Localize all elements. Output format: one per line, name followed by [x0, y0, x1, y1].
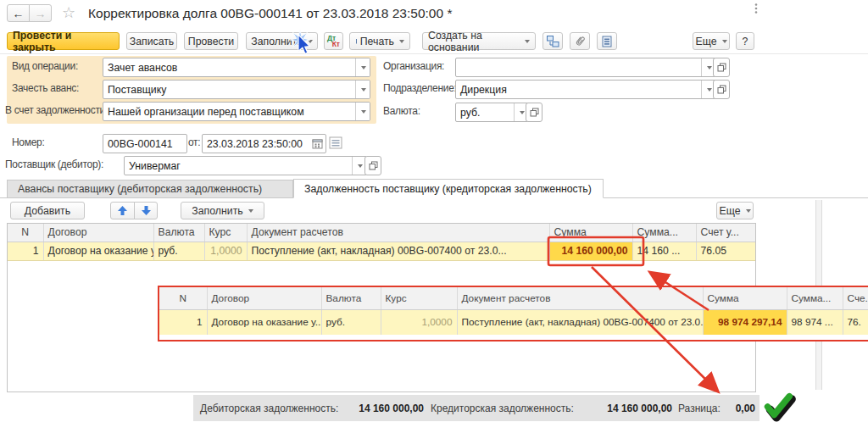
inset-cell-account: 76.	[843, 309, 868, 335]
cell-sum-selected[interactable]: 14 160 000,00	[549, 242, 632, 260]
add-row-button[interactable]: Добавить	[10, 202, 85, 219]
list-settings-icon[interactable]	[329, 136, 342, 149]
print-menu-button[interactable]: Печать	[349, 32, 410, 50]
inset-cell-contract: Договор на оказание у...	[207, 309, 321, 335]
number-label: Номер:	[12, 134, 44, 151]
post-and-close-button[interactable]: Провести и закрыть	[7, 32, 120, 50]
create-based-on-label: Создать на основании	[428, 30, 520, 53]
currency-open-button[interactable]	[526, 103, 542, 122]
advance-value: Поставщику	[108, 84, 166, 96]
chevron-down-icon	[361, 110, 366, 114]
inset-header-n: N	[159, 287, 207, 309]
date-input[interactable]: 23.03.2018 23:50:00	[202, 134, 326, 153]
cell-account[interactable]: 76.05	[696, 242, 755, 260]
table-more-label: Еще	[719, 205, 740, 217]
table-fill-menu-button[interactable]: Заполнить	[181, 202, 264, 219]
currency-input[interactable]: руб.	[455, 103, 529, 122]
operation-type-select[interactable]: Зачет авансов	[103, 58, 370, 77]
table-header-row: N Договор Валюта Курс Документ расчетов …	[8, 224, 755, 242]
organization-input[interactable]	[455, 58, 716, 77]
date-prefix-label: от:	[188, 134, 200, 151]
window-options-icon[interactable]	[754, 3, 759, 14]
division-input[interactable]: Дирекция	[455, 80, 716, 99]
move-up-button[interactable]	[110, 202, 135, 219]
dropdown-button[interactable]	[355, 58, 370, 76]
move-down-button[interactable]	[134, 202, 158, 219]
tab-advances[interactable]: Авансы поставщику (дебиторская задолженн…	[7, 180, 293, 198]
supplier-input[interactable]: Универмаг	[124, 156, 367, 175]
table-row[interactable]: 1 Договор на оказание у... руб. 1,0000 П…	[8, 242, 755, 260]
chevron-down-icon	[358, 164, 363, 168]
chevron-down-icon	[308, 40, 313, 43]
debt-label: В счет задолженности:	[5, 102, 108, 119]
tab-debt-label: Задолженность поставщику (кредиторская з…	[304, 183, 592, 195]
open-icon	[530, 108, 539, 117]
supplier-label: Поставщик (дебитор):	[5, 156, 103, 173]
cell-doc[interactable]: Поступление (акт, накладная) 00BG-007400…	[247, 242, 549, 260]
tab-debt[interactable]: Задолженность поставщику (кредиторская з…	[293, 179, 604, 198]
dropdown-button[interactable]	[355, 103, 370, 120]
cell-contract[interactable]: Договор на оказание у...	[43, 242, 153, 260]
column-header-currency[interactable]: Валюта	[153, 224, 204, 242]
difference-value: 0,00	[668, 403, 755, 414]
page-title: Корректировка долга 00BG-000141 от 23.03…	[88, 6, 452, 21]
debit-total-label: Дебиторская задолженность:	[200, 403, 338, 414]
attachments-button[interactable]	[570, 32, 590, 50]
cell-rate[interactable]: 1,0000	[204, 242, 247, 260]
post-button[interactable]: Провести	[184, 32, 238, 50]
post-label: Провести	[188, 36, 234, 47]
chevron-down-icon	[746, 209, 751, 213]
division-open-button[interactable]	[713, 80, 730, 99]
number-input[interactable]: 00BG-000141	[103, 134, 187, 153]
debt-select[interactable]: Нашей организации перед поставщиком	[103, 102, 370, 121]
column-header-sum[interactable]: Сумма	[549, 224, 632, 242]
create-based-on-button[interactable]: Создать на основании	[422, 32, 536, 50]
toolbar-more-button[interactable]: Еще	[693, 32, 730, 50]
debit-total-value: 14 160 000,00	[331, 403, 424, 414]
calendar-icon[interactable]	[312, 138, 323, 149]
column-header-contract[interactable]: Договор	[43, 224, 153, 242]
fill-menu-button[interactable]: Заполнить	[246, 32, 318, 50]
division-value: Дирекция	[460, 84, 507, 96]
column-header-account[interactable]: Счет у...	[696, 224, 755, 242]
save-label: Записать	[130, 36, 175, 47]
organization-open-button[interactable]	[713, 58, 730, 77]
debit-credit-icon: Дт Кт	[325, 33, 342, 49]
inset-cell-currency: руб.	[321, 309, 381, 335]
chevron-down-icon	[248, 209, 253, 213]
column-header-sum2[interactable]: Сумма...	[632, 224, 696, 242]
forward-button[interactable]: →	[29, 4, 52, 22]
column-header-doc[interactable]: Документ расчетов	[247, 224, 549, 242]
column-header-n[interactable]: N	[8, 224, 43, 242]
dropdown-button[interactable]	[355, 81, 370, 98]
more-label: Еще	[695, 36, 716, 47]
save-button[interactable]: Записать	[126, 32, 177, 50]
inset-header-doc: Документ расчетов	[457, 287, 703, 309]
advance-select[interactable]: Поставщику	[103, 80, 370, 99]
print-label: Печать	[360, 36, 394, 47]
tab-advances-label: Авансы поставщику (дебиторская задолженн…	[18, 183, 262, 195]
debit-credit-button[interactable]: Дт Кт	[324, 32, 343, 50]
cell-currency[interactable]: руб.	[153, 242, 204, 260]
supplier-open-button[interactable]	[364, 156, 381, 175]
number-value: 00BG-000141	[108, 138, 173, 150]
help-button[interactable]: ?	[736, 32, 754, 50]
cell-n[interactable]: 1	[8, 242, 43, 260]
document-window: ← → ☆ Корректировка долга 00BG-000141 от…	[0, 0, 868, 422]
advance-label: Зачесть аванс:	[12, 80, 79, 97]
annotation-inset-table: N Договор Валюта Курс Документ расчетов …	[158, 286, 868, 341]
credit-label: Кт	[332, 41, 340, 47]
inset-header-row: N Договор Валюта Курс Документ расчетов …	[159, 287, 868, 309]
related-documents-button[interactable]	[542, 32, 563, 50]
table-more-button[interactable]: Еще	[716, 202, 754, 219]
cell-sum2[interactable]: 14 160 ...	[632, 242, 696, 260]
debt-value: Нашей организации перед поставщиком	[108, 106, 304, 118]
favorite-star-icon[interactable]: ☆	[62, 3, 75, 22]
arrow-up-icon	[117, 205, 128, 216]
column-header-rate[interactable]: Курс	[204, 224, 247, 242]
chevron-down-icon	[361, 66, 366, 69]
paperclip-icon	[574, 35, 587, 47]
back-button[interactable]: ←	[7, 4, 30, 22]
post-and-close-label: Провести и закрыть	[13, 30, 114, 53]
report-button[interactable]	[597, 32, 617, 50]
